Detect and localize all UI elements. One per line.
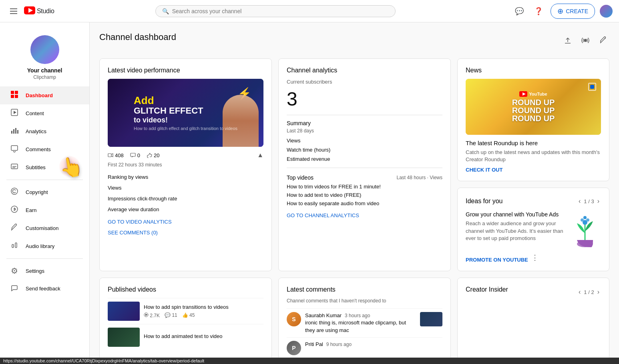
sidebar-item-subtitles[interactable]: Subtitles: [0, 158, 89, 176]
ideas-prev-button[interactable]: ‹: [577, 196, 582, 206]
go-video-analytics-link[interactable]: GO TO VIDEO ANALYTICS: [108, 219, 263, 225]
go-live-button[interactable]: [579, 34, 592, 49]
sidebar-item-dashboard[interactable]: Dashboard: [0, 86, 89, 104]
feedback-icon: [10, 284, 19, 294]
pub-title-2: How to add animated text to video: [144, 333, 263, 340]
ideas-page-indicator: 1 / 3: [584, 198, 594, 204]
see-comments-link[interactable]: SEE COMMENTS (0): [108, 230, 263, 236]
upload-button[interactable]: [561, 34, 574, 49]
dashboard-icon: [10, 90, 19, 100]
thumb-main-text: glitch effect: [134, 106, 237, 116]
svg-marker-33: [145, 314, 148, 316]
ideas-illustration: [569, 211, 601, 247]
avatar[interactable]: [600, 5, 613, 18]
comments-label: Comments: [26, 146, 51, 152]
edit-button[interactable]: [597, 34, 609, 49]
youtube-icon: [24, 6, 35, 17]
idea-title: Grow your channel with YouTube Ads: [466, 211, 564, 218]
subtitles-label: Subtitles: [26, 164, 46, 170]
svg-marker-7: [14, 111, 16, 114]
news-desc: Catch up on the latest news and updates …: [466, 149, 601, 163]
top-videos-period: Last 48 hours · Views: [396, 175, 442, 180]
sidebar-item-feedback[interactable]: Send feedback: [0, 280, 89, 298]
views-value: 408: [115, 152, 124, 158]
create-button[interactable]: ⊕ CREATE: [551, 4, 595, 19]
ideas-next-button[interactable]: ›: [596, 196, 601, 206]
svg-point-31: [583, 216, 587, 219]
sidebar-item-settings[interactable]: ⚙ Settings: [0, 262, 89, 280]
sidebar-item-content[interactable]: Content: [0, 104, 89, 122]
menu-button[interactable]: [6, 4, 21, 18]
svg-rect-8: [11, 131, 12, 134]
sidebar-item-analytics[interactable]: Analytics: [0, 122, 89, 140]
comment-thumb-1: [420, 312, 442, 326]
creator-insider-card: Creator Insider ‹ 1 / 2 ›: [457, 278, 609, 364]
page-title: Channel dashboard: [99, 32, 176, 42]
pub-video-item-2: How to add animated text to video: [108, 324, 263, 350]
earn-icon: [10, 205, 19, 215]
comment-author-1: Saurabh Kumar: [305, 312, 342, 318]
search-container: 🔍: [155, 5, 396, 17]
performance-rows: Ranking by views Views Impressions click…: [108, 172, 263, 214]
subscribers-count: 3: [287, 88, 442, 110]
pub-stats-1: 2.7K 💬 11 👍 45: [144, 312, 263, 318]
promote-button[interactable]: PROMOTE ON YOUTUBE: [466, 257, 528, 263]
svg-rect-12: [11, 146, 18, 150]
channel-info: Your channel Clipchamp: [0, 29, 89, 86]
svg-rect-3: [15, 91, 18, 94]
settings-icon: ⚙: [10, 266, 19, 276]
idea-desc: Reach a wider audience and grow your cha…: [466, 220, 564, 242]
svg-rect-5: [15, 95, 18, 98]
sidebar-item-copyright[interactable]: Copyright: [0, 183, 89, 201]
audio-icon: [10, 241, 19, 251]
views-row: Views: [108, 183, 263, 192]
sidebar-item-comments[interactable]: Comments: [0, 140, 89, 158]
news-title: The latest Roundup is here: [466, 140, 601, 146]
comment-section-desc: Channel comments that I haven't responde…: [287, 298, 442, 304]
help-button[interactable]: ❓: [531, 4, 546, 18]
check-it-out-link[interactable]: CHECK IT OUT: [466, 167, 502, 173]
analytics-icon: [10, 126, 19, 136]
sidebar-bottom: ⚙ Settings Send feedback: [0, 262, 89, 298]
status-bar: https://studio.youtube.com/channel/UCA70…: [0, 358, 619, 364]
comment-content-2: Priti Pal 9 hours ago: [305, 341, 442, 355]
earn-label: Earn: [26, 207, 36, 213]
sidebar-item-customisation[interactable]: Customisation: [0, 219, 89, 237]
sidebar-item-audio[interactable]: Audio library: [0, 237, 89, 255]
channel-handle: Clipchamp: [6, 74, 83, 80]
svg-point-29: [581, 218, 584, 222]
svg-point-30: [586, 218, 589, 222]
pub-thumb-1: [108, 302, 140, 321]
comment-avatar-1: S: [287, 312, 301, 326]
youtube-studio-logo[interactable]: Studio: [24, 6, 54, 17]
ranking-row: Ranking by views: [108, 172, 263, 182]
ideas-card: Ideas for you ‹ 1 / 3 › Grow your channe…: [457, 188, 609, 271]
creator-insider-next-button[interactable]: ›: [596, 287, 601, 297]
impressions-row: Impressions click-through rate: [108, 194, 263, 203]
ideas-text: Grow your channel with YouTube Ads Reach…: [466, 211, 564, 247]
plus-icon: ⊕: [557, 7, 563, 16]
ideas-content: Grow your channel with YouTube Ads Reach…: [466, 211, 601, 247]
search-input[interactable]: [172, 8, 389, 14]
creator-insider-prev-button[interactable]: ‹: [577, 287, 582, 297]
messages-button[interactable]: 💬: [512, 4, 527, 18]
comment-item-1: S Saurabh Kumar 3 hours ago ironic thing…: [287, 308, 442, 337]
channel-avatar[interactable]: [30, 35, 59, 64]
expand-stats-button[interactable]: ▲: [257, 152, 263, 159]
nav-divider-1: [6, 180, 83, 180]
latest-video-title: Latest video performance: [108, 67, 263, 74]
search-icon: 🔍: [162, 8, 169, 14]
sidebar-item-earn[interactable]: Earn: [0, 201, 89, 219]
svg-point-16: [11, 188, 18, 194]
thumb-subtitle-text: How to add glitch effect and glitch tran…: [134, 126, 237, 131]
likes-value: 20: [154, 152, 159, 158]
ideas-header: Ideas for you ‹ 1 / 3 ›: [466, 196, 601, 206]
dashboard-grid: Latest video performance ⚡ Add glitch ef…: [99, 58, 609, 364]
video-thumbnail[interactable]: ⚡ Add glitch effect to videos! How to ad…: [108, 79, 263, 147]
more-options-button[interactable]: ⋮: [531, 253, 539, 262]
round-up-text: ROUND UP: [512, 98, 555, 106]
pub-views-1: 2.7K: [144, 312, 160, 318]
nav-divider-2: [6, 258, 83, 259]
top-videos-header: Top videos Last 48 hours · Views: [287, 174, 442, 181]
go-channel-analytics-link[interactable]: GO TO CHANNEL ANALYTICS: [287, 212, 442, 218]
